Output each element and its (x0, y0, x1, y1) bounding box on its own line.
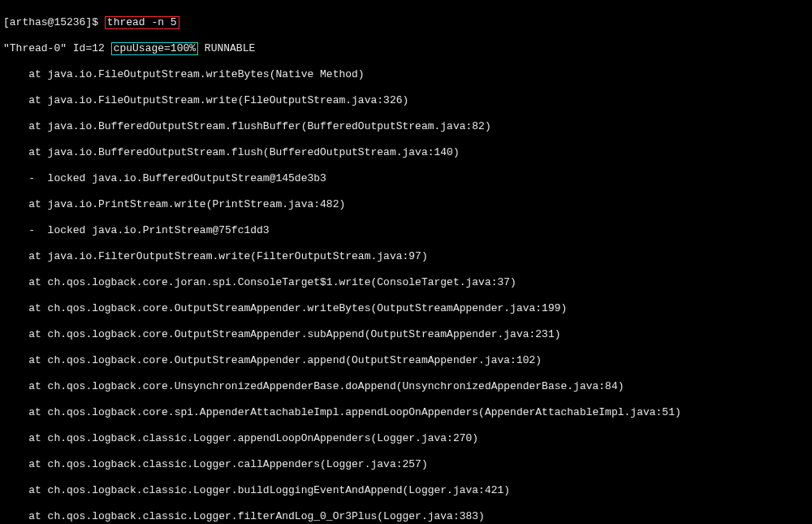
stack-frame: at java.io.PrintStream.write(PrintStream… (3, 198, 809, 211)
thread-name: "Thread-0" Id=12 (3, 42, 111, 54)
stack-frame: - locked java.io.PrintStream@75fc1dd3 (3, 224, 809, 237)
stack-frame: at java.io.FileOutputStream.write(FileOu… (3, 94, 809, 107)
thread-state: RUNNABLE (198, 42, 255, 54)
stack-frame: at java.io.BufferedOutputStream.flushBuf… (3, 120, 809, 133)
terminal-output[interactable]: [arthas@15236]$ thread -n 5 "Thread-0" I… (0, 0, 812, 524)
stack-frame: at java.io.BufferedOutputStream.flush(Bu… (3, 146, 809, 159)
prompt-prefix: [arthas@15236]$ (3, 16, 105, 28)
command-highlight: thread -n 5 (105, 16, 179, 29)
stack-frame: at ch.qos.logback.classic.Logger.callApp… (3, 458, 809, 471)
stack-frame: at ch.qos.logback.core.OutputStreamAppen… (3, 354, 809, 367)
cpu-usage-highlight: cpuUsage=100% (111, 42, 198, 55)
stack-frame: at java.io.FilterOutputStream.write(Filt… (3, 250, 809, 263)
stack-frame: at ch.qos.logback.classic.Logger.filterA… (3, 510, 809, 523)
stack-frame: at ch.qos.logback.core.spi.AppenderAttac… (3, 406, 809, 419)
stack-frame: at ch.qos.logback.core.UnsynchronizedApp… (3, 380, 809, 393)
stack-frame: at ch.qos.logback.core.OutputStreamAppen… (3, 328, 809, 341)
stack-frame: at ch.qos.logback.classic.Logger.appendL… (3, 432, 809, 445)
stack-frame: at ch.qos.logback.classic.Logger.buildLo… (3, 484, 809, 497)
thread-header: "Thread-0" Id=12 cpuUsage=100% RUNNABLE (3, 42, 809, 55)
stack-frame: at ch.qos.logback.core.joran.spi.Console… (3, 276, 809, 289)
stack-frame: at ch.qos.logback.core.OutputStreamAppen… (3, 302, 809, 315)
stack-frame: at java.io.FileOutputStream.writeBytes(N… (3, 68, 809, 81)
prompt-line[interactable]: [arthas@15236]$ thread -n 5 (3, 16, 809, 29)
stack-frame: - locked java.io.BufferedOutputStream@14… (3, 172, 809, 185)
